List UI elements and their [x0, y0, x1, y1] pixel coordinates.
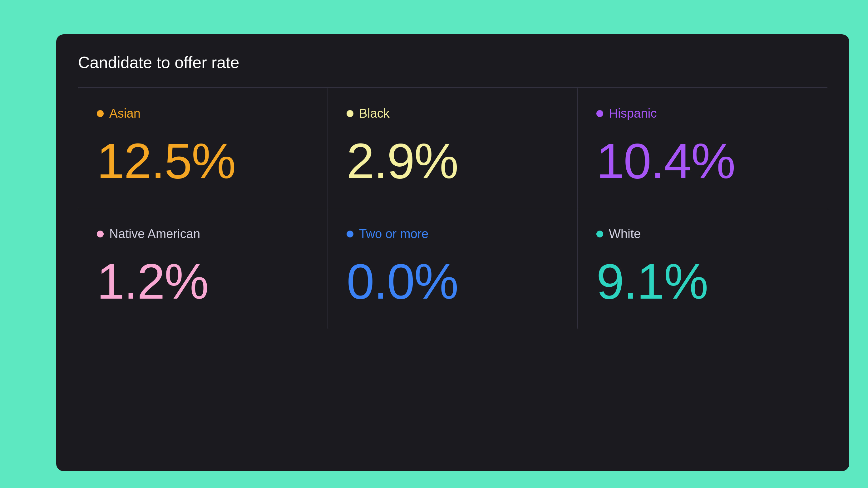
- label-text-two: Two or more: [359, 227, 428, 241]
- card-title: Candidate to offer rate: [78, 53, 828, 72]
- value-white: 9.1%: [596, 257, 809, 306]
- label-black: Black: [347, 106, 559, 121]
- label-two: Two or more: [347, 227, 559, 241]
- label-text-native: Native American: [109, 227, 200, 241]
- value-native: 1.2%: [97, 257, 309, 306]
- label-asian: Asian: [97, 106, 309, 121]
- cell-black: Black 2.9%: [328, 88, 578, 208]
- cell-white: White 9.1%: [578, 208, 828, 329]
- main-card: Candidate to offer rate Asian 12.5% Blac…: [56, 34, 849, 471]
- label-text-white: White: [609, 227, 641, 241]
- dot-hispanic: [596, 110, 603, 117]
- label-white: White: [596, 227, 809, 241]
- cell-asian: Asian 12.5%: [78, 88, 328, 208]
- label-text-hispanic: Hispanic: [609, 106, 657, 121]
- value-hispanic: 10.4%: [596, 136, 809, 186]
- dot-native: [97, 231, 104, 237]
- cell-native: Native American 1.2%: [78, 208, 328, 329]
- value-asian: 12.5%: [97, 136, 309, 186]
- metrics-grid: Asian 12.5% Black 2.9% Hispanic 10.4% Na…: [78, 88, 828, 329]
- dot-two: [347, 231, 353, 237]
- cell-two: Two or more 0.0%: [328, 208, 578, 329]
- dot-white: [596, 231, 603, 237]
- label-text-asian: Asian: [109, 106, 141, 121]
- label-hispanic: Hispanic: [596, 106, 809, 121]
- value-black: 2.9%: [347, 136, 559, 186]
- label-text-black: Black: [359, 106, 390, 121]
- dot-black: [347, 110, 353, 117]
- value-two: 0.0%: [347, 257, 559, 306]
- label-native: Native American: [97, 227, 309, 241]
- dot-asian: [97, 110, 104, 117]
- cell-hispanic: Hispanic 10.4%: [578, 88, 828, 208]
